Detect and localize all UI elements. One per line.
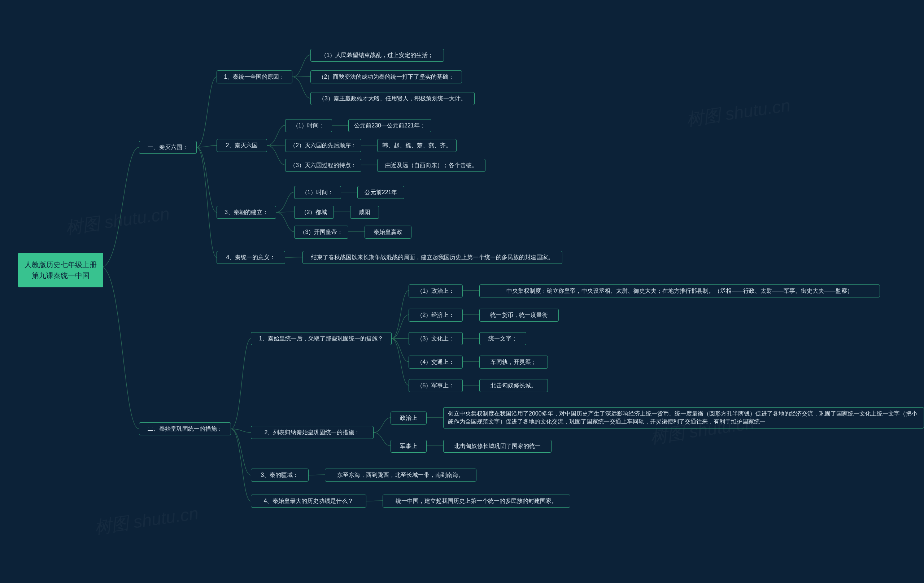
leaf-node[interactable]: 韩、赵、魏、楚、燕、齐。	[377, 139, 457, 152]
leaf-node[interactable]: 创立中央集权制度在我国沿用了2000多年，对中国历史产生了深远影响经济上统一货币…	[443, 407, 924, 428]
root-node[interactable]: 人教版历史七年级上册 第九课秦统一中国	[18, 253, 103, 287]
branch-node[interactable]: 1、秦始皇统一后，采取了那些巩固统一的措施？	[251, 332, 392, 345]
branch-node[interactable]: 政治上	[391, 411, 427, 424]
leaf-node[interactable]: 车同轨，开灵渠；	[479, 355, 548, 368]
mindmap-canvas: 树图 shutu.cn 树图 shutu.cn 树图 shutu.cn 树图 s…	[0, 0, 924, 583]
watermark: 树图 shutu.cn	[685, 94, 792, 131]
leaf-node[interactable]: 统一文字；	[479, 332, 526, 345]
branch-node[interactable]: 2、列表归纳秦始皇巩固统一的措施：	[251, 426, 374, 439]
leaf-node[interactable]: 中央集权制度：确立称皇帝，中央设丞相、太尉、御史大夫；在地方推行郡县制。（丞相—…	[479, 284, 880, 297]
leaf-node[interactable]: （1）人民希望结束战乱，过上安定的生活；	[310, 49, 444, 62]
branch-node[interactable]: 3、秦的疆域：	[251, 469, 309, 482]
watermark: 树图 shutu.cn	[64, 202, 171, 240]
leaf-node[interactable]: 统一货币，统一度量衡	[479, 309, 559, 322]
leaf-node[interactable]: 东至东海，西到陇西，北至长城一带，南到南海。	[325, 469, 477, 482]
leaf-node[interactable]: 秦始皇嬴政	[365, 226, 411, 239]
leaf-node[interactable]: 公元前230—公元前221年；	[348, 119, 431, 132]
leaf-node[interactable]: （2）商鞅变法的成功为秦的统一打下了坚实的基础；	[310, 70, 462, 83]
branch-node[interactable]: （3）灭六国过程的特点：	[285, 159, 361, 172]
branch-node[interactable]: （1）政治上：	[409, 284, 463, 297]
branch-node[interactable]: （3）文化上：	[409, 332, 463, 345]
leaf-node[interactable]: 咸阳	[350, 206, 379, 219]
branch-node[interactable]: （2）经济上：	[409, 309, 463, 322]
leaf-node[interactable]: 结束了春秋战国以来长期争战混战的局面，建立起我国历史上第一个统一的多民族的封建国…	[302, 251, 562, 264]
branch-node[interactable]: （1）时间：	[285, 119, 332, 132]
leaf-node[interactable]: 北击匈奴修长城。	[479, 379, 548, 392]
leaf-node[interactable]: 统一中国，建立起我国历史上第一个统一的多民族的封建国家。	[383, 495, 570, 507]
branch-node[interactable]: （4）交通上：	[409, 355, 463, 368]
branch-node[interactable]: 3、秦朝的建立：	[216, 206, 276, 219]
leaf-node[interactable]: （3）秦王嬴政雄才大略、任用贤人，积极策划统一大计。	[310, 92, 475, 105]
branch-node[interactable]: （5）军事上：	[409, 379, 463, 392]
branch-node[interactable]: （1）时间：	[294, 186, 341, 199]
leaf-node[interactable]: 由近及远（自西向东）；各个击破。	[377, 159, 485, 172]
branch-node[interactable]: 1、秦统一全国的原因：	[216, 70, 292, 83]
branch-node[interactable]: 军事上	[391, 440, 427, 453]
branch-node[interactable]: （2）都城	[294, 206, 334, 219]
watermark: 树图 shutu.cn	[93, 502, 200, 539]
leaf-node[interactable]: 公元前221年	[357, 186, 404, 199]
branch-node[interactable]: 一、秦灭六国：	[139, 141, 197, 154]
branch-node[interactable]: 2、秦灭六国	[216, 139, 267, 152]
branch-node[interactable]: 4、秦统一的意义：	[216, 251, 285, 264]
branch-node[interactable]: （3）开国皇帝：	[294, 226, 348, 239]
leaf-node[interactable]: 北击匈奴修长城巩固了国家的统一	[443, 440, 551, 453]
branch-node[interactable]: 4、秦始皇最大的历史功绩是什么？	[251, 495, 366, 507]
branch-node[interactable]: 二、秦始皇巩固统一的措施：	[139, 422, 231, 435]
branch-node[interactable]: （2）灭六国的先后顺序：	[285, 139, 361, 152]
